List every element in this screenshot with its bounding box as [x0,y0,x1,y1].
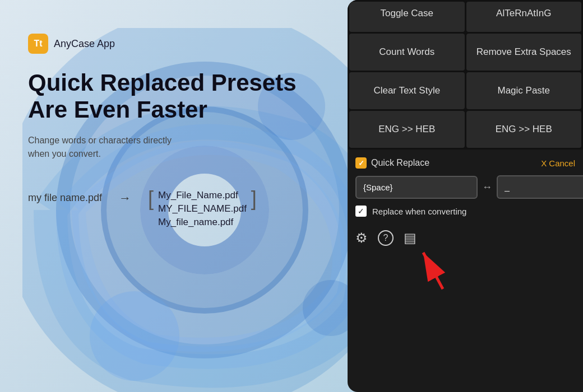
quick-replace-label: ✓ Quick Replace [355,157,429,169]
quick-replace-section: ✓ Quick Replace X Cancel ↔ Rep. ✓ Replac… [348,150,583,230]
replace-when-row: ✓ Replace when converting [355,206,575,217]
bracket-group: [ My_File_Name.pdf MY_FILE_NAME.pdf My_f… [148,189,257,228]
clear-style-button[interactable]: Clear Text Style [349,72,465,109]
source-input[interactable] [355,176,478,199]
toggle-case-button[interactable]: Toggle Case [349,2,465,32]
magic-paste-button[interactable]: Magic Paste [466,72,582,109]
main-title: Quick Replaced Presets Are Even Faster [28,69,308,124]
example-item: MY_FILE_NAME.pdf [158,203,247,214]
replace-when-label: Replace when converting [372,207,466,216]
example-source: my file name.pdf [28,189,102,204]
arrow-icon: → [119,189,131,206]
example-item: My_File_Name.pdf [158,190,247,201]
eng-heb-2-button[interactable]: ENG >> HEB [466,111,582,148]
quick-replace-checkbox[interactable]: ✓ [355,157,367,169]
subtitle: Change words or characters directlywhen … [28,134,308,161]
replace-row: ↔ Rep. [355,175,575,199]
red-arrow-annotation [409,241,454,300]
settings-icon[interactable]: ⚙ [355,230,368,246]
cancel-button[interactable]: X Cancel [541,158,575,168]
bracket-open: [ [148,189,154,228]
replace-when-checkbox[interactable]: ✓ [355,206,367,217]
alternating-button[interactable]: AlTeRnAtInG [466,2,582,32]
bracket-close: ] [251,189,257,228]
left-panel: Tt AnyCase App Quick Replaced Presets Ar… [0,0,336,392]
svg-line-8 [423,253,443,289]
remove-spaces-button[interactable]: Remove Extra Spaces [466,34,582,71]
app-icon: Tt [28,34,48,54]
app-brand: Tt AnyCase App [28,34,308,54]
quick-replace-text: Quick Replace [371,158,429,168]
menu-grid: Toggle Case AlTeRnAtInG Count Words Remo… [348,0,583,150]
count-words-button[interactable]: Count Words [349,34,465,71]
bottom-icons: ⚙ ? ▤ [348,230,583,254]
example-list: My_File_Name.pdf MY_FILE_NAME.pdf My_fil… [158,189,247,228]
example-item: My_file_name.pdf [158,217,247,228]
quick-replace-header: ✓ Quick Replace X Cancel [355,157,575,169]
help-icon[interactable]: ? [378,230,394,246]
app-name: AnyCase App [54,38,115,50]
example-section: my file name.pdf → [ My_File_Name.pdf MY… [28,189,308,228]
target-input[interactable] [497,175,583,199]
arrows-icon: ↔ [482,181,492,193]
eng-heb-1-button[interactable]: ENG >> HEB [349,111,465,148]
popup-menu: Toggle Case AlTeRnAtInG Count Words Remo… [348,0,583,392]
